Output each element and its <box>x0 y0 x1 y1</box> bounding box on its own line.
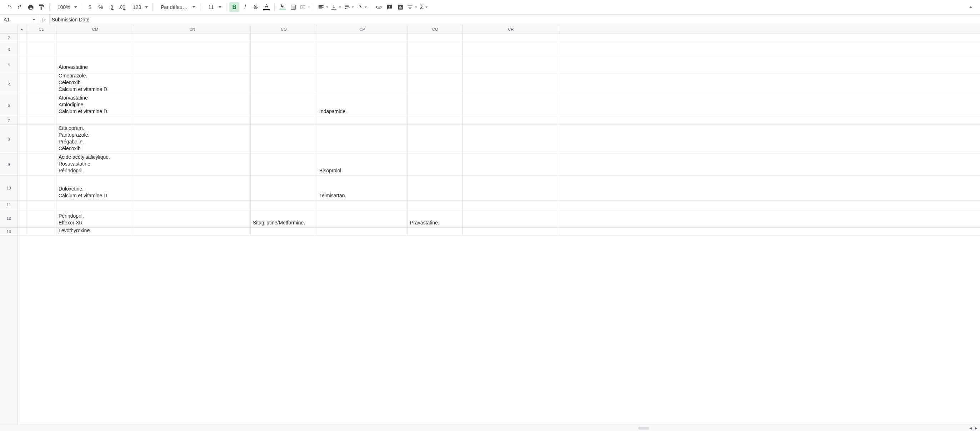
cell-cl-12[interactable] <box>26 209 56 227</box>
cell-cm-9[interactable]: Acide acétylsalicylique. Rosuvastatine. … <box>56 154 134 175</box>
cell-cn-6[interactable] <box>134 94 251 116</box>
print-button[interactable] <box>26 2 36 12</box>
cell-stub[interactable] <box>18 42 26 57</box>
column-header-cq[interactable]: CQ <box>408 25 463 33</box>
cell-cq-10[interactable] <box>408 176 463 200</box>
cell-stub[interactable] <box>18 125 26 153</box>
cell-cn-9[interactable] <box>134 154 251 175</box>
increase-decimal-button[interactable]: .00̲ <box>117 2 127 12</box>
borders-button[interactable] <box>288 2 298 12</box>
row-header-2[interactable]: 2 <box>0 33 18 42</box>
column-header-cn[interactable]: CN <box>134 25 251 33</box>
column-header-cr[interactable]: CR <box>463 25 559 33</box>
insert-chart-button[interactable] <box>395 2 406 12</box>
cell-cp-5[interactable] <box>317 72 408 94</box>
cell-cl-5[interactable] <box>26 72 56 94</box>
undo-button[interactable] <box>4 2 14 12</box>
cell-cq-2[interactable] <box>408 33 463 42</box>
italic-button[interactable]: I <box>240 2 250 12</box>
currency-button[interactable]: $ <box>85 2 95 12</box>
cell-cq-7[interactable] <box>408 116 463 125</box>
row-header-12[interactable]: 12 <box>0 209 18 228</box>
bold-button[interactable]: B <box>229 2 239 12</box>
cell-cp-9[interactable]: Bisoprolol. <box>317 154 408 175</box>
cell-cp-10[interactable]: Telmisartan. <box>317 176 408 200</box>
cell-cr-12[interactable] <box>463 209 559 227</box>
cell-co-7[interactable] <box>251 116 317 125</box>
cell-co-8[interactable] <box>251 125 317 153</box>
cell-co-11[interactable] <box>251 201 317 209</box>
redo-button[interactable] <box>15 2 25 12</box>
row-header-8[interactable]: 8 <box>0 125 18 154</box>
cell-stub[interactable] <box>18 154 26 175</box>
cell-stub[interactable] <box>18 33 26 42</box>
cell-cr-8[interactable] <box>463 125 559 153</box>
cell-cl-13[interactable] <box>26 228 56 235</box>
cell-cp-12[interactable] <box>317 209 408 227</box>
cell-co-5[interactable] <box>251 72 317 94</box>
cell-cm-12[interactable]: Périndopril. Effexor XR <box>56 209 134 227</box>
cell-co-13[interactable] <box>251 228 317 235</box>
cell-co-12[interactable]: Sitagliptine/Metformine. <box>251 209 317 227</box>
row-header-6[interactable]: 6 <box>0 94 18 116</box>
cell-cl-8[interactable] <box>26 125 56 153</box>
row-header-7[interactable]: 7 <box>0 116 18 125</box>
cell-cm-11[interactable] <box>56 201 134 209</box>
cell-cq-3[interactable] <box>408 42 463 57</box>
cell-cm-2[interactable] <box>56 33 134 42</box>
cell-cn-7[interactable] <box>134 116 251 125</box>
row-header-11[interactable]: 11 <box>0 201 18 209</box>
cell-cr-10[interactable] <box>463 176 559 200</box>
merge-cells-button[interactable] <box>299 2 311 12</box>
row-header-13[interactable]: 13 <box>0 228 18 236</box>
row-header-3[interactable]: 3 <box>0 42 18 57</box>
text-rotation-button[interactable] <box>356 2 368 12</box>
cell-cp-3[interactable] <box>317 42 408 57</box>
cells-area[interactable]: AtorvastatineOmeprazole. Célecoxib Calci… <box>18 33 980 425</box>
cell-stub[interactable] <box>18 116 26 125</box>
cell-cm-4[interactable]: Atorvastatine <box>56 57 134 72</box>
column-header-cm[interactable]: CM <box>56 25 134 33</box>
insert-link-button[interactable] <box>374 2 384 12</box>
cell-cm-3[interactable] <box>56 42 134 57</box>
column-header-cp[interactable]: CP <box>317 25 408 33</box>
cell-stub[interactable] <box>18 209 26 227</box>
collapse-toolbar-button[interactable] <box>966 2 976 12</box>
cell-stub[interactable] <box>18 94 26 116</box>
cell-cn-10[interactable] <box>134 176 251 200</box>
percent-button[interactable]: % <box>96 2 106 12</box>
cell-cq-13[interactable] <box>408 228 463 235</box>
cell-cq-9[interactable] <box>408 154 463 175</box>
cell-cp-7[interactable] <box>317 116 408 125</box>
cell-cn-2[interactable] <box>134 33 251 42</box>
cell-cn-12[interactable] <box>134 209 251 227</box>
cell-cr-2[interactable] <box>463 33 559 42</box>
cell-cm-13[interactable]: Levothyroxine. <box>56 228 134 235</box>
cell-cr-6[interactable] <box>463 94 559 116</box>
cell-cr-9[interactable] <box>463 154 559 175</box>
zoom-select[interactable]: 100% <box>52 2 79 12</box>
cell-cn-5[interactable] <box>134 72 251 94</box>
cell-cm-7[interactable] <box>56 116 134 125</box>
cell-cp-2[interactable] <box>317 33 408 42</box>
filter-button[interactable] <box>406 2 418 12</box>
row-header-5[interactable]: 5 <box>0 72 18 94</box>
column-header-co[interactable]: CO <box>251 25 317 33</box>
column-header-cl[interactable]: CL <box>26 25 56 33</box>
expand-columns-button[interactable]: ▸ <box>18 25 26 33</box>
cell-cl-2[interactable] <box>26 33 56 42</box>
cell-cr-13[interactable] <box>463 228 559 235</box>
cell-stub[interactable] <box>18 57 26 72</box>
row-header-10[interactable]: 10 <box>0 176 18 201</box>
vertical-align-button[interactable] <box>330 2 342 12</box>
cell-cn-13[interactable] <box>134 228 251 235</box>
row-header-4[interactable]: 4 <box>0 57 18 72</box>
decrease-decimal-button[interactable]: .0 ̲ <box>107 2 116 12</box>
cell-cr-3[interactable] <box>463 42 559 57</box>
cell-cl-10[interactable] <box>26 176 56 200</box>
cell-co-9[interactable] <box>251 154 317 175</box>
formula-input[interactable]: Submission Date <box>49 17 980 22</box>
fill-color-button[interactable] <box>277 2 288 12</box>
cell-cl-4[interactable] <box>26 57 56 72</box>
cell-co-4[interactable] <box>251 57 317 72</box>
